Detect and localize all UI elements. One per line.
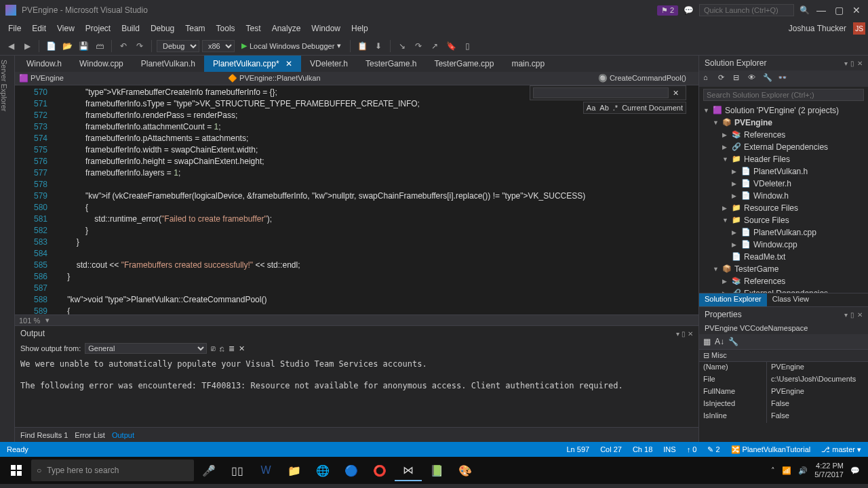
collapse-icon[interactable]: ⊟ — [733, 73, 744, 84]
tree-item[interactable]: ▶📄Window.h — [699, 190, 868, 202]
start-button[interactable] — [3, 460, 30, 481]
status-branch[interactable]: ⎇ master ▾ — [821, 445, 861, 454]
document-tab[interactable]: TesterGame.cpp — [425, 56, 502, 72]
step-out-icon[interactable]: ↗ — [428, 39, 441, 53]
status-changes-icon[interactable]: ✎ 2 — [707, 445, 719, 454]
match-case-icon[interactable]: Aa — [587, 104, 595, 112]
property-row[interactable]: (Name)PVEngine — [699, 362, 868, 374]
chrome-icon[interactable]: 🌐 — [309, 460, 336, 481]
solution-tree[interactable]: ▼🟪Solution 'PVEngine' (2 projects)▼📦PVEn… — [699, 103, 868, 293]
clear-output-icon[interactable]: ✕ — [239, 344, 245, 353]
document-tab[interactable]: VDeleter.h — [301, 56, 357, 72]
document-tab[interactable]: PlanetVulkan.cpp* ✕ — [204, 56, 301, 72]
tree-item[interactable]: ▶📄Window.cpp — [699, 239, 868, 251]
class-dropdown[interactable]: 🔶 PVEngine::PlanetVulkan — [228, 74, 321, 83]
menu-view[interactable]: View — [52, 22, 80, 35]
search-icon[interactable]: 🔍 — [800, 5, 810, 15]
tree-item[interactable]: ▶📁Resource Files — [699, 202, 868, 214]
close-find-icon[interactable]: ✕ — [673, 89, 679, 98]
app-icon[interactable]: 🎨 — [452, 460, 479, 481]
menu-test[interactable]: Test — [241, 22, 267, 35]
scope-dropdown[interactable]: 🟪 PVEngine — [19, 74, 64, 83]
task-view-icon[interactable]: ▯▯ — [224, 460, 251, 481]
prop-pages-icon[interactable]: 🔧 — [728, 337, 738, 346]
bookmark-icon[interactable]: 🔖 — [444, 39, 458, 53]
code-editor[interactable]: 5705715725735745755765775785795805815825… — [15, 85, 698, 314]
menu-file[interactable]: File — [3, 22, 26, 35]
volume-icon[interactable]: 🔊 — [798, 466, 808, 475]
panel-dropdown-icon[interactable]: ▾ — [844, 311, 848, 319]
panel-pin-icon[interactable]: ▯ — [850, 60, 854, 67]
toolbar-icon[interactable]: 📋 — [355, 39, 369, 53]
preview-icon[interactable]: 👓 — [778, 73, 789, 84]
property-row[interactable]: Filec:\Users\Josh\Documents — [699, 374, 868, 386]
panel-close-icon[interactable]: ✕ — [857, 311, 863, 319]
find-bar[interactable]: ✕ — [530, 85, 686, 100]
panel-close-icon[interactable]: ✕ — [857, 60, 863, 67]
maximize-button[interactable]: ▢ — [833, 4, 845, 16]
undo-icon[interactable]: ↶ — [117, 39, 130, 53]
sync-icon[interactable]: ⟳ — [718, 73, 729, 84]
property-category[interactable]: ⊟ Misc — [699, 349, 868, 362]
view-tab[interactable]: Class View — [767, 293, 814, 306]
app-icon[interactable]: ⭕ — [366, 460, 393, 481]
user-avatar[interactable]: JS — [853, 22, 865, 35]
nav-fwd-icon[interactable]: ▶ — [20, 39, 34, 53]
panel-tab[interactable]: Output — [112, 431, 134, 439]
save-icon[interactable]: 💾 — [77, 39, 90, 53]
platform-dropdown[interactable]: x86 — [202, 40, 235, 52]
document-tab[interactable]: Window.h — [18, 56, 71, 72]
tree-item[interactable]: ▼🟪Solution 'PVEngine' (2 projects) — [699, 104, 868, 117]
edge-icon[interactable]: 🔵 — [338, 460, 365, 481]
property-row[interactable]: IsInjectedFalse — [699, 399, 868, 411]
whole-word-icon[interactable]: Ab — [599, 104, 608, 112]
regex-icon[interactable]: .* — [613, 104, 618, 112]
tree-item[interactable]: ▶📄VDeleter.h — [699, 178, 868, 190]
tree-item[interactable]: ▶🔗External Dependencies — [699, 287, 868, 293]
tree-item[interactable]: ▼📁Header Files — [699, 153, 868, 165]
menu-window[interactable]: Window — [306, 22, 346, 35]
start-debug-button[interactable]: ▶Local Windows Debugger ▾ — [237, 40, 345, 52]
output-text[interactable]: We were unable to automatically populate… — [15, 356, 698, 427]
system-tray[interactable]: ˄ 📶 🔊 4:22 PM5/7/2017 💬 — [771, 462, 865, 479]
member-dropdown[interactable]: 🔘 CreateCommandPool() — [598, 74, 686, 83]
step-into-icon[interactable]: ↘ — [395, 39, 409, 53]
server-explorer-tab[interactable]: Server Explorer — [0, 56, 15, 442]
panel-pin-icon[interactable]: ▯ — [850, 311, 854, 319]
tree-item[interactable]: ▶📚References — [699, 129, 868, 141]
properties-icon[interactable]: 🔧 — [763, 73, 774, 84]
nav-back-icon[interactable]: ◀ — [4, 39, 18, 53]
tree-item[interactable]: ▼📦TesterGame — [699, 263, 868, 275]
signed-in-user[interactable]: Joshua Thucker — [789, 24, 850, 33]
tree-item[interactable]: ▶🔗External Dependencies — [699, 141, 868, 153]
menu-project[interactable]: Project — [80, 22, 116, 35]
toolbar-icon[interactable]: ⬇ — [372, 39, 385, 53]
zoom-level[interactable]: 101 %▾ — [15, 314, 698, 325]
document-tab[interactable]: TesterGame.h — [357, 56, 425, 72]
toolbar-icon[interactable]: ▯ — [460, 39, 474, 53]
panel-tab[interactable]: Error List — [75, 431, 105, 439]
panel-dropdown-icon[interactable]: ▾ — [844, 60, 848, 67]
tree-item[interactable]: ▼📁Source Files — [699, 214, 868, 226]
status-publish-icon[interactable]: ↑ 0 — [687, 445, 697, 453]
tree-item[interactable]: ▶📄PlanetVulkan.h — [699, 165, 868, 178]
visual-studio-icon[interactable]: ⋈ — [395, 460, 422, 481]
home-icon[interactable]: ⌂ — [703, 73, 714, 84]
document-tab[interactable]: PlanetVulkan.h — [132, 56, 204, 72]
menu-analyze[interactable]: Analyze — [267, 22, 307, 35]
property-row[interactable]: FullNamePVEngine — [699, 386, 868, 399]
status-repo[interactable]: 🔀 PlanetVulkanTutorial — [731, 445, 811, 454]
menu-team[interactable]: Team — [180, 22, 210, 35]
output-tool-icon[interactable]: ⎌ — [220, 344, 224, 352]
quick-launch-input[interactable] — [699, 4, 794, 16]
app-icon[interactable]: 📗 — [423, 460, 450, 481]
new-project-icon[interactable]: 📄 — [44, 39, 58, 53]
tree-item[interactable]: ▼📦PVEngine — [699, 117, 868, 129]
output-tool-icon[interactable]: ≣ — [229, 344, 235, 353]
clock[interactable]: 4:22 PM5/7/2017 — [814, 462, 844, 479]
open-file-icon[interactable]: 📂 — [60, 39, 74, 53]
taskbar-search[interactable]: ○Type here to search — [31, 460, 194, 481]
notification-flag[interactable]: ⚑ 2 — [657, 5, 678, 16]
code-content[interactable]: "type">VkFramebufferCreateInfo framebuff… — [53, 85, 698, 314]
tree-item[interactable]: ▶📄PlanetVulkan.cpp — [699, 226, 868, 239]
